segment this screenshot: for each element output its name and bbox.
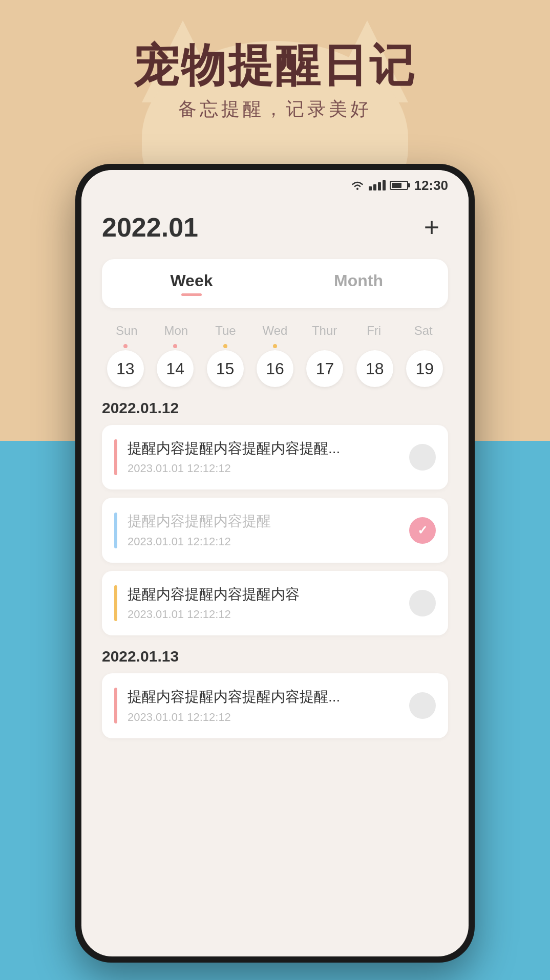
- day-14-num: 14: [157, 350, 194, 387]
- day-17-dot: [323, 344, 327, 348]
- tab-switcher: Week Month: [102, 259, 448, 308]
- phone-frame: 12:30 2022.01 + Week Month: [75, 164, 475, 963]
- day-18-dot: [373, 344, 377, 348]
- weekday-mon: Mon: [152, 324, 201, 338]
- day-18-num: 18: [356, 350, 393, 387]
- reminder-title-3: 提醒内容提醒内容提醒内容提醒...: [128, 688, 399, 706]
- reminder-card-3: 提醒内容提醒内容提醒内容提醒... 2023.01.01 12:12:12: [102, 673, 448, 738]
- signal-icon: [369, 180, 386, 190]
- weekday-sat: Sat: [398, 324, 448, 338]
- calendar-section: Sun Mon Tue Wed Thur Fri Sat 13: [102, 324, 448, 387]
- day-15-dot: [223, 344, 227, 348]
- app-content: 2022.01 + Week Month Sun Mon Tu: [81, 201, 469, 956]
- section-date-0113: 2022.01.13: [102, 648, 448, 665]
- phone-screen: 12:30 2022.01 + Week Month: [81, 170, 469, 956]
- tab-month-underline: [348, 293, 369, 296]
- day-13-num: 13: [107, 350, 144, 387]
- reminder-accent-2: [114, 585, 117, 621]
- status-icons: [350, 180, 408, 191]
- day-17[interactable]: 17: [302, 344, 348, 387]
- reminder-body-2: 提醒内容提醒内容提醒内容 2023.01.01 12:12:12: [128, 585, 399, 621]
- reminder-toggle-3[interactable]: [409, 692, 436, 719]
- svg-point-0: [356, 188, 358, 190]
- reminder-accent-3: [114, 688, 117, 723]
- day-16-dot: [273, 344, 277, 348]
- day-19-dot: [422, 344, 427, 348]
- status-bar: 12:30: [81, 170, 469, 201]
- weekday-thur: Thur: [300, 324, 349, 338]
- day-17-num: 17: [306, 350, 343, 387]
- tab-month-label: Month: [334, 271, 383, 290]
- wifi-icon: [350, 180, 365, 191]
- day-16[interactable]: 16: [251, 344, 298, 387]
- day-13[interactable]: 13: [102, 344, 149, 387]
- day-16-num: 16: [257, 350, 293, 387]
- reminder-title-0: 提醒内容提醒内容提醒内容提醒...: [128, 439, 399, 458]
- weekday-tue: Tue: [201, 324, 250, 338]
- reminder-toggle-0[interactable]: [409, 444, 436, 471]
- reminder-toggle-1[interactable]: ✓: [409, 517, 436, 544]
- check-icon-1: ✓: [417, 523, 428, 538]
- reminder-accent-0: [114, 439, 117, 475]
- tab-month[interactable]: Month: [275, 265, 442, 302]
- reminder-card-0: 提醒内容提醒内容提醒内容提醒... 2023.01.01 12:12:12: [102, 425, 448, 489]
- reminder-body-0: 提醒内容提醒内容提醒内容提醒... 2023.01.01 12:12:12: [128, 439, 399, 475]
- battery-icon: [390, 181, 408, 190]
- weekday-fri: Fri: [349, 324, 399, 338]
- day-19[interactable]: 19: [401, 344, 448, 387]
- tab-week-label: Week: [170, 271, 213, 290]
- day-14-dot: [173, 344, 177, 348]
- day-18[interactable]: 18: [351, 344, 398, 387]
- add-button[interactable]: +: [415, 211, 448, 244]
- reminder-body-3: 提醒内容提醒内容提醒内容提醒... 2023.01.01 12:12:12: [128, 688, 399, 723]
- reminder-card-2: 提醒内容提醒内容提醒内容 2023.01.01 12:12:12: [102, 571, 448, 635]
- day-15[interactable]: 15: [202, 344, 248, 387]
- reminder-time-2: 2023.01.01 12:12:12: [128, 608, 399, 621]
- days-row: 13 14 15 16: [102, 344, 448, 387]
- reminder-time-0: 2023.01.01 12:12:12: [128, 462, 399, 475]
- weekday-wed: Wed: [250, 324, 300, 338]
- title-area: 宠物提醒日记 备忘提醒，记录美好: [0, 41, 550, 122]
- day-13-dot: [123, 344, 128, 348]
- day-14[interactable]: 14: [152, 344, 198, 387]
- reminder-time-1: 2023.01.01 12:12:12: [128, 535, 399, 548]
- status-time: 12:30: [414, 178, 449, 194]
- weekday-sun: Sun: [102, 324, 152, 338]
- weekdays-header: Sun Mon Tue Wed Thur Fri Sat: [102, 324, 448, 338]
- tab-week[interactable]: Week: [108, 265, 275, 302]
- reminder-time-3: 2023.01.01 12:12:12: [128, 711, 399, 724]
- reminder-title-1: 提醒内容提醒内容提醒: [128, 512, 399, 530]
- reminder-toggle-2[interactable]: [409, 590, 436, 616]
- reminder-accent-1: [114, 513, 117, 548]
- reminder-card-1: 提醒内容提醒内容提醒 2023.01.01 12:12:12 ✓: [102, 498, 448, 562]
- day-19-num: 19: [406, 350, 443, 387]
- app-header: 2022.01 +: [102, 211, 448, 244]
- reminder-body-1: 提醒内容提醒内容提醒 2023.01.01 12:12:12: [128, 512, 399, 548]
- tab-week-underline: [181, 293, 202, 296]
- subtitle: 备忘提醒，记录美好: [0, 97, 550, 122]
- section-date-0112: 2022.01.12: [102, 399, 448, 417]
- reminder-title-2: 提醒内容提醒内容提醒内容: [128, 585, 399, 604]
- header-date: 2022.01: [102, 212, 198, 243]
- main-title: 宠物提醒日记: [0, 41, 550, 91]
- day-15-num: 15: [207, 350, 244, 387]
